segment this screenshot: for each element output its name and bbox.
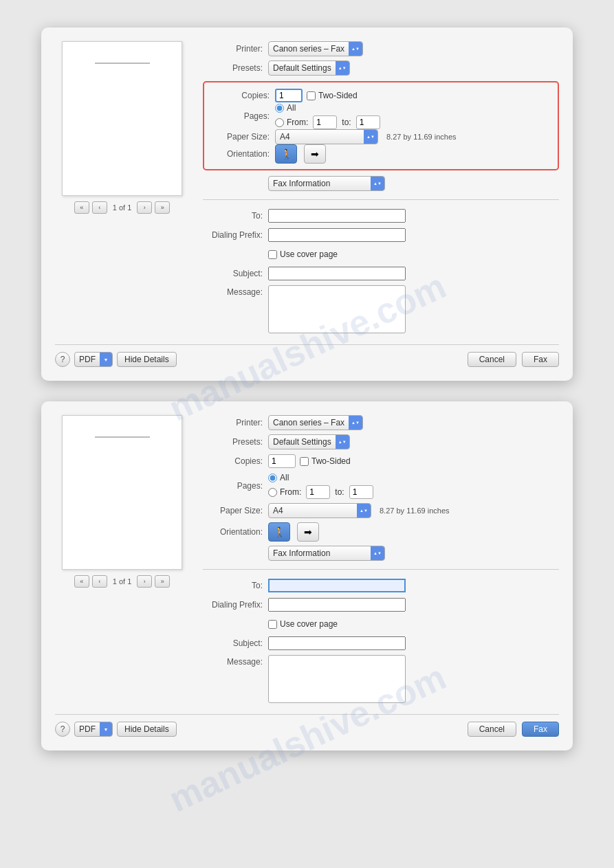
- to-value-wrapper-2: [268, 579, 559, 592]
- paper-size-select-arrow-2[interactable]: [357, 503, 371, 518]
- nav-first-btn-2[interactable]: «: [74, 575, 89, 588]
- cover-page-checkbox-label-1[interactable]: Use cover page: [268, 249, 338, 259]
- orientation-row-2: Orientation: 🚶 ➡: [203, 522, 559, 542]
- pdf-btn-1[interactable]: PDF ▼: [74, 352, 113, 367]
- nav-next-btn-1[interactable]: ›: [137, 201, 152, 214]
- presets-select-arrow-2[interactable]: [336, 434, 349, 449]
- to-label-1: To:: [203, 211, 268, 221]
- orientation-portrait-btn-2[interactable]: 🚶: [268, 522, 290, 542]
- pages-from-label-1[interactable]: From: to:: [275, 115, 380, 129]
- paper-size-label-1: Paper Size:: [210, 132, 275, 142]
- dialing-prefix-input-2[interactable]: [268, 598, 406, 612]
- presets-select-arrow-1[interactable]: [336, 60, 349, 76]
- fax-info-select-arrow-1[interactable]: [371, 176, 384, 191]
- nav-last-btn-2[interactable]: »: [155, 575, 170, 588]
- pages-from-label-2[interactable]: From: to:: [268, 485, 373, 499]
- printer-select-1[interactable]: Canon series – Fax: [268, 41, 363, 56]
- paper-size-select-2[interactable]: A4: [268, 503, 371, 518]
- help-btn-2[interactable]: ?: [55, 722, 70, 737]
- cover-page-checkbox-1[interactable]: [268, 250, 277, 259]
- presets-select-2[interactable]: Default Settings: [268, 434, 350, 449]
- nav-prev-btn-2[interactable]: ‹: [92, 575, 107, 588]
- orientation-landscape-btn-1[interactable]: ➡: [304, 144, 326, 164]
- fax-info-select-2[interactable]: Fax Information: [268, 546, 385, 561]
- copies-input-1[interactable]: 1: [275, 89, 303, 102]
- cover-page-checkbox-2[interactable]: [268, 620, 277, 629]
- cancel-btn-1[interactable]: Cancel: [468, 352, 516, 367]
- orientation-portrait-btn-1[interactable]: 🚶: [275, 144, 297, 164]
- nav-first-btn-1[interactable]: «: [74, 201, 89, 214]
- cancel-btn-2[interactable]: Cancel: [468, 722, 516, 737]
- two-sided-label-2: Two-Sided: [311, 456, 351, 466]
- paper-size-select-arrow-1[interactable]: [364, 129, 377, 144]
- two-sided-checkbox-label-1[interactable]: Two-Sided: [307, 91, 358, 100]
- two-sided-checkbox-label-2[interactable]: Two-Sided: [300, 456, 351, 466]
- subject-label-2: Subject:: [203, 638, 268, 648]
- pages-from-radio-2[interactable]: [268, 488, 277, 497]
- to-label-2: To:: [203, 581, 268, 590]
- orientation-label-1: Orientation:: [210, 149, 275, 159]
- pdf-label-2: PDF: [75, 724, 100, 734]
- nav-prev-btn-1[interactable]: ‹: [92, 201, 107, 214]
- hide-details-btn-1[interactable]: Hide Details: [117, 352, 177, 367]
- presets-label-2: Presets:: [203, 437, 268, 447]
- copies-input-2[interactable]: [268, 454, 296, 468]
- fax-btn-1[interactable]: Fax: [522, 352, 559, 367]
- printer-select-arrow-2[interactable]: [349, 415, 362, 430]
- nav-last-btn-1[interactable]: »: [155, 201, 170, 214]
- copies-row-1: Copies: 1 Two-Sided: [210, 88, 552, 103]
- pages-to-input-2[interactable]: [349, 485, 373, 499]
- nav-next-btn-2[interactable]: ›: [137, 575, 152, 588]
- preview-panel-2: « ‹ 1 of 1 › »: [55, 415, 189, 703]
- pages-all-radio-1[interactable]: [275, 104, 284, 113]
- bottom-left-2: ? PDF ▼ Hide Details: [55, 722, 177, 737]
- pdf-btn-2[interactable]: PDF ▼: [74, 722, 113, 737]
- pages-from-input-1[interactable]: [313, 115, 337, 129]
- pages-to-input-1[interactable]: [356, 115, 380, 129]
- two-sided-checkbox-1[interactable]: [307, 91, 316, 100]
- pages-all-label-1[interactable]: All: [275, 103, 380, 113]
- to-input-2[interactable]: [268, 579, 406, 592]
- presets-row-1: Presets: Default Settings: [203, 60, 559, 76]
- preview-page-1: [62, 41, 182, 196]
- printer-value-wrapper-1: Canon series – Fax: [268, 41, 559, 56]
- printer-select-2[interactable]: Canon series – Fax: [268, 415, 363, 430]
- to-input-1[interactable]: [268, 209, 406, 223]
- to-value-wrapper-1: [268, 209, 559, 223]
- subject-input-1[interactable]: [268, 267, 406, 280]
- paper-size-info-1: 8.27 by 11.69 inches: [386, 133, 457, 141]
- pdf-label-1: PDF: [75, 355, 100, 364]
- cover-page-checkbox-label-2[interactable]: Use cover page: [268, 619, 338, 629]
- fax-info-select-1[interactable]: Fax Information: [268, 176, 385, 191]
- message-textarea-2[interactable]: [268, 655, 406, 703]
- message-textarea-1[interactable]: [268, 285, 406, 333]
- fax-info-select-arrow-2[interactable]: [371, 546, 384, 561]
- cover-page-value-wrapper-2: Use cover page: [268, 619, 559, 629]
- cover-page-value-wrapper-1: Use cover page: [268, 249, 559, 259]
- subject-input-2[interactable]: [268, 636, 406, 650]
- subject-label-1: Subject:: [203, 269, 268, 278]
- help-btn-1[interactable]: ?: [55, 352, 70, 367]
- hide-details-btn-2[interactable]: Hide Details: [117, 722, 177, 737]
- dialog-bottom-2: ? PDF ▼ Hide Details Cancel Fax: [55, 714, 559, 737]
- pages-from-radio-1[interactable]: [275, 118, 284, 127]
- presets-select-1[interactable]: Default Settings: [268, 60, 350, 76]
- pages-all-radio-2[interactable]: [268, 474, 277, 482]
- dialing-prefix-input-1[interactable]: [268, 228, 406, 242]
- to-row-1: To:: [203, 208, 559, 223]
- paper-size-select-1[interactable]: A4: [275, 129, 378, 144]
- pages-all-label-2[interactable]: All: [268, 473, 373, 482]
- form-panel-1: Printer: Canon series – Fax Presets: Def…: [203, 41, 559, 333]
- fax-btn-2[interactable]: Fax: [522, 722, 559, 737]
- preview-line-2: [95, 436, 150, 438]
- two-sided-checkbox-2[interactable]: [300, 457, 309, 466]
- dialing-prefix-value-wrapper-1: [268, 228, 559, 242]
- printer-select-arrow-1[interactable]: [349, 41, 362, 56]
- paper-size-label-2: Paper Size:: [203, 506, 268, 515]
- pages-from-input-2[interactable]: [306, 485, 330, 499]
- paper-size-row-2: Paper Size: A4 8.27 by 11.69 inches: [203, 503, 559, 518]
- orientation-landscape-btn-2[interactable]: ➡: [297, 522, 319, 542]
- printer-row-1: Printer: Canon series – Fax: [203, 41, 559, 56]
- paper-size-value-wrapper-2: A4 8.27 by 11.69 inches: [268, 503, 559, 518]
- paper-size-value-wrapper-1: A4 8.27 by 11.69 inches: [275, 129, 552, 144]
